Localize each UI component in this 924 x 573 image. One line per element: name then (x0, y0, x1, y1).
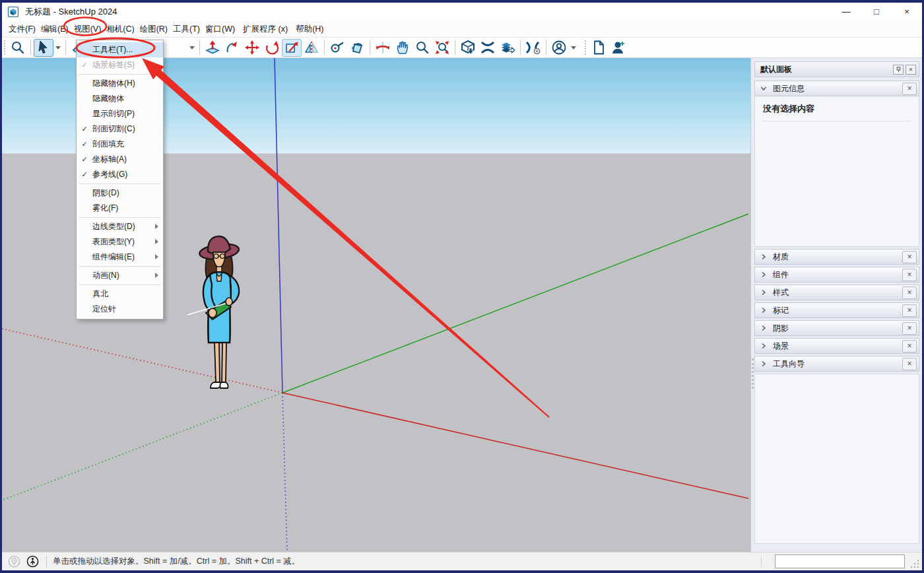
section-close-button[interactable]: × (902, 358, 917, 370)
section-components[interactable]: 组件 × (754, 267, 919, 283)
section-styles[interactable]: 样式 × (754, 285, 919, 300)
measurement-input[interactable] (775, 555, 905, 568)
view-menu-hidden-objects[interactable]: 隐藏物体 (77, 91, 163, 106)
tape-measure-icon[interactable] (327, 39, 347, 57)
toolbar-separator (520, 40, 521, 55)
geolocation-icon[interactable] (8, 555, 20, 568)
3d-warehouse-icon[interactable] (458, 39, 478, 57)
sketchup-window: { "window": { "title": "无标题 - SketchUp 2… (0, 0, 924, 573)
section-scenes[interactable]: 场景 × (754, 338, 919, 354)
window-resize-grip[interactable] (910, 559, 919, 568)
add-person-icon[interactable] (609, 39, 628, 57)
view-menu-face-style[interactable]: 表面类型(Y) (77, 234, 163, 250)
menu-edit[interactable]: 编辑(E) (38, 22, 71, 36)
view-menu-toolbars[interactable]: 工具栏(T)... (77, 42, 163, 57)
default-tray-panel: 默认面板 × 图元信息 × 没有选择内容 材质 × 组件 (750, 58, 922, 552)
view-menu-locator-pin[interactable]: 定位针 (77, 302, 163, 317)
flip-icon[interactable] (302, 39, 321, 57)
view-menu-edge-style[interactable]: 边线类型(D) (77, 219, 163, 234)
view-menu-hidden-geometry[interactable]: 隐藏物体(H) (77, 76, 163, 91)
view-menu-animation[interactable]: 动画(N) (77, 268, 163, 283)
scale-icon[interactable] (282, 39, 302, 57)
rotate-icon[interactable] (262, 39, 282, 57)
view-menu-axes[interactable]: ✓坐标轴(A) (77, 152, 163, 167)
status-bar: 单击或拖动以选择对象。Shift = 加/减。Ctrl = 加。Shift + … (2, 552, 922, 570)
tray-title-bar[interactable]: 默认面板 × (754, 61, 919, 77)
entity-info-content: 没有选择内容 (754, 96, 919, 247)
chevron-expanded-icon (760, 85, 767, 92)
section-label: 阴影 (773, 323, 902, 334)
select-dropdown-button[interactable] (53, 39, 63, 57)
new-document-icon[interactable] (589, 39, 609, 57)
view-dropdown-menu: 工具栏(T)... ✓场景标签(S) 隐藏物体(H) 隐藏物体 显示剖切(P) … (76, 40, 164, 320)
menu-view[interactable]: 视图(V) (71, 22, 104, 36)
zoom-icon[interactable] (8, 39, 28, 57)
tray-empty-area (754, 374, 919, 544)
chevron-down-icon (571, 46, 576, 50)
follow-me-icon[interactable] (222, 39, 242, 57)
no-selection-message: 没有选择内容 (763, 103, 911, 121)
view-menu-shadows[interactable]: 阴影(D) (77, 185, 163, 201)
section-label: 样式 (773, 287, 902, 298)
section-close-button[interactable]: × (902, 269, 917, 281)
entity-info-close-button[interactable]: × (902, 83, 917, 95)
tray-close-button[interactable]: × (906, 65, 916, 75)
section-close-button[interactable]: × (902, 322, 917, 335)
extension-manager-icon[interactable] (523, 39, 543, 57)
section-materials[interactable]: 材质 × (754, 249, 919, 265)
toolbar-separator (30, 40, 31, 55)
section-instructor[interactable]: 工具向导 × (754, 356, 919, 372)
tray-pin-button[interactable] (893, 65, 904, 75)
section-label: 场景 (773, 341, 902, 352)
view-menu-section-fill[interactable]: ✓剖面填充 (77, 137, 163, 152)
select-tool-button[interactable] (34, 39, 53, 57)
view-menu-component-edit[interactable]: 组件编辑(E) (77, 250, 163, 265)
view-menu-fog[interactable]: 雾化(F) (77, 201, 163, 216)
zoom-extents-icon[interactable] (432, 39, 452, 57)
section-close-button[interactable]: × (902, 304, 917, 317)
move-icon[interactable] (242, 39, 262, 57)
section-close-button[interactable]: × (902, 286, 917, 299)
menu-help[interactable]: 帮助(H) (293, 22, 326, 36)
menu-tools[interactable]: 工具(T) (170, 22, 203, 36)
shapes-dropdown-button[interactable] (187, 39, 197, 57)
menu-file[interactable]: 文件(F) (6, 22, 38, 36)
close-button[interactable]: × (892, 3, 922, 20)
pan-icon[interactable] (393, 39, 412, 57)
paint-bucket-icon[interactable] (347, 39, 367, 57)
account-icon[interactable] (549, 39, 569, 57)
view-menu-true-north[interactable]: 真北 (77, 286, 163, 302)
scale-figure-person[interactable] (187, 232, 251, 403)
section-tags[interactable]: 标记 × (754, 302, 919, 318)
section-shadows[interactable]: 阴影 × (754, 320, 919, 336)
window-title: 无标题 - SketchUp 2024 (25, 6, 117, 18)
chevron-collapsed-icon (760, 271, 767, 278)
section-close-button[interactable]: × (902, 340, 917, 353)
menu-separator (79, 217, 161, 218)
menu-camera[interactable]: 相机(C) (104, 22, 137, 36)
minimize-button[interactable]: — (831, 3, 861, 20)
zoom-tool-icon[interactable] (412, 39, 432, 57)
section-entity-info[interactable]: 图元信息 × (754, 81, 919, 96)
measurement-divider (761, 556, 762, 567)
tray-resize-grip[interactable] (752, 358, 754, 389)
section-close-button[interactable]: × (902, 251, 917, 263)
view-menu-section-planes[interactable]: 显示剖切(P) (77, 106, 163, 121)
orbit-icon[interactable] (373, 39, 393, 57)
push-pull-icon[interactable] (203, 39, 222, 57)
account-dropdown-button[interactable] (569, 39, 578, 57)
extension-warehouse-icon[interactable] (478, 39, 498, 57)
menu-window[interactable]: 窗口(W) (203, 22, 238, 36)
menu-draw[interactable]: 绘图(R) (137, 22, 170, 36)
maximize-button[interactable]: □ (861, 3, 892, 20)
instructor-info-icon[interactable] (26, 555, 39, 568)
section-label: 图元信息 (773, 83, 902, 94)
view-menu-section-cuts[interactable]: ✓剖面切割(C) (77, 121, 163, 137)
chevron-collapsed-icon (760, 325, 767, 331)
tray-title: 默认面板 (760, 64, 891, 75)
chevron-down-icon (189, 46, 195, 50)
view-menu-guides[interactable]: ✓参考线(G) (77, 167, 163, 182)
share-model-icon[interactable] (498, 39, 517, 57)
menu-extensions[interactable]: 扩展程序 (x) (238, 22, 293, 36)
toolbar-separator (65, 40, 66, 55)
